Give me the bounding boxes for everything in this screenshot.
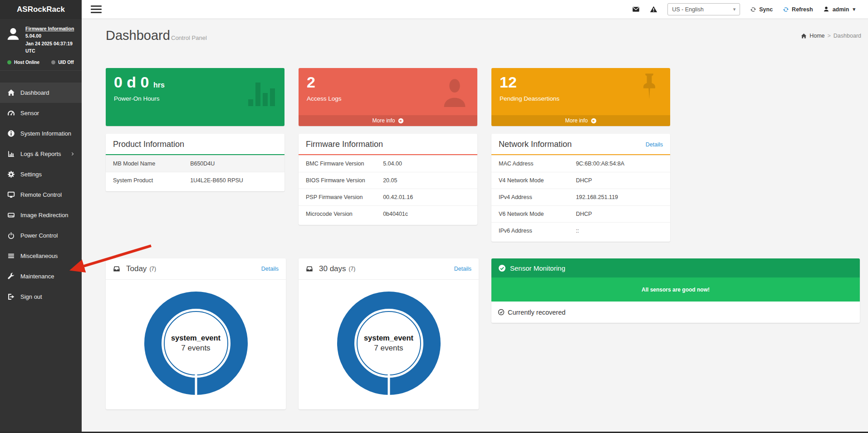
wrench-icon: [7, 272, 15, 280]
sensor-recovered-row[interactable]: Currently recovered: [491, 302, 860, 323]
pending-deassertions-more-info-link[interactable]: More info: [491, 115, 670, 126]
disk-icon: [7, 211, 15, 219]
inbox-icon: [113, 265, 120, 272]
signout-icon: [7, 293, 15, 301]
today-details-link[interactable]: Details: [261, 266, 279, 272]
donut-events-count: 7 events: [181, 344, 210, 353]
thirty-days-details-link[interactable]: Details: [454, 266, 471, 272]
monitor-icon: [7, 191, 15, 199]
access-logs-card: 2 Access Logs More info: [299, 68, 477, 126]
user-icon: [823, 6, 830, 13]
sidebar-item-miscellaneous[interactable]: Miscellaneous: [0, 246, 82, 266]
caret-down-icon: ▾: [733, 6, 736, 12]
breadcrumb-current: Dashboard: [834, 33, 861, 39]
uid-status-label: UID Off: [58, 60, 74, 65]
sidebar-menu: Dashboard Sensor System Information Logs…: [0, 83, 82, 307]
gauge-icon: [7, 109, 15, 117]
page-title: Dashboard: [106, 28, 170, 43]
network-information-panel: Network Information Details MAC Address …: [491, 134, 670, 242]
sensor-monitoring-header: Sensor Monitoring: [491, 258, 860, 277]
language-selected-value: US - English: [672, 6, 703, 13]
menu-toggle-button[interactable]: [91, 5, 102, 13]
uid-off-dot: [51, 60, 55, 64]
thirty-days-events-donut-chart[interactable]: system_event 7 events: [335, 290, 442, 397]
donut-series-label: system_event: [171, 334, 221, 342]
host-online-dot: [7, 60, 11, 64]
pending-deassertions-card: 12 Pending Deassertions More info: [491, 68, 670, 126]
panel-title: Network Information: [499, 140, 572, 149]
user-info-block: Firmware Information 5.04.00 Jan 24 2025…: [0, 19, 82, 59]
firmware-version: 5.04.00: [25, 32, 77, 39]
arrow-circle-icon: [398, 118, 404, 124]
row-bios-firmware-version: BIOS Firmware Version 20.05: [299, 172, 477, 189]
row-microcode-version: Microcode Version 0b40401c: [299, 205, 477, 222]
sync-icon: [750, 6, 756, 13]
sensor-monitoring-panel: Sensor Monitoring All sensors are good n…: [491, 258, 860, 323]
user-menu[interactable]: admin ▾: [823, 6, 855, 13]
donut-series-label: system_event: [364, 334, 413, 342]
messages-icon[interactable]: [632, 5, 640, 13]
bar-chart-icon: [7, 150, 15, 158]
panel-title: Firmware Information: [306, 140, 383, 149]
row-v4-network-mode: V4 Network Mode DHCP: [491, 172, 670, 189]
sidebar-item-remote-control[interactable]: Remote Control: [0, 185, 82, 205]
row-system-product: System Product 1U4L2E-B650 RPSU: [106, 172, 284, 189]
sidebar-item-logs-reports[interactable]: Logs & Reports: [0, 144, 82, 164]
row-v6-network-mode: V6 Network Mode DHCP: [491, 205, 670, 222]
sidebar-item-sign-out[interactable]: Sign out: [0, 287, 82, 307]
host-status-row: Host Online UID Off: [0, 59, 82, 71]
person-silhouette-icon: [439, 78, 470, 107]
inbox-icon: [306, 265, 313, 272]
firmware-date: Jan 24 2025 04:37:19 UTC: [25, 40, 77, 55]
user-avatar-icon: [5, 26, 21, 42]
access-logs-more-info-link[interactable]: More info: [299, 115, 477, 126]
language-select[interactable]: US - English ▾: [667, 3, 740, 15]
sidebar-item-power-control[interactable]: Power Control: [0, 225, 82, 246]
row-mb-model-name: MB Model Name B650D4U: [106, 155, 284, 172]
sidebar-item-sensor[interactable]: Sensor: [0, 103, 82, 123]
sidebar-item-dashboard[interactable]: Dashboard: [0, 83, 82, 103]
page-subtitle: Control Panel: [171, 34, 207, 41]
row-bmc-firmware-version: BMC Firmware Version 5.04.00: [299, 155, 477, 172]
alerts-icon[interactable]: [650, 5, 657, 13]
donut-events-count: 7 events: [374, 344, 403, 353]
row-ipv6-address: IPv6 Address ::: [491, 222, 670, 239]
check-circle-icon: [498, 309, 505, 316]
row-mac-address: MAC Address 9C:6B:00:A8:54:8A: [491, 155, 670, 172]
breadcrumb-home-link[interactable]: Home: [809, 33, 824, 39]
firmware-information-panel: Firmware Information BMC Firmware Versio…: [299, 134, 477, 225]
main-content: Dashboard Control Panel Home > Dashboard…: [82, 19, 868, 433]
caret-down-icon: ▾: [853, 6, 855, 12]
network-details-link[interactable]: Details: [646, 141, 663, 148]
list-icon: [7, 252, 15, 260]
gear-icon: [7, 170, 15, 178]
host-status-label: Host Online: [14, 60, 39, 65]
sidebar: ASRockRack Firmware Information 5.04.00 …: [0, 0, 82, 433]
check-badge-icon: [498, 264, 506, 272]
sidebar-item-system-information[interactable]: System Information: [0, 123, 82, 144]
pushpin-icon: [638, 73, 661, 105]
firmware-information-link[interactable]: Firmware Information: [25, 25, 74, 32]
sync-button[interactable]: Sync: [750, 6, 773, 13]
sidebar-item-settings[interactable]: Settings: [0, 164, 82, 185]
refresh-icon: [783, 6, 789, 13]
row-psp-firmware-version: PSP Firmware Version 00.42.01.16: [299, 189, 477, 205]
sidebar-item-image-redirection[interactable]: Image Redirection: [0, 205, 82, 225]
thirty-days-events-panel: 30 days (7) Details system_event 7 event…: [299, 258, 479, 409]
bar-chart-art-icon: [248, 83, 275, 106]
refresh-button[interactable]: Refresh: [783, 6, 813, 13]
chevron-right-icon: [70, 151, 75, 156]
topbar: US - English ▾ Sync Refresh admin ▾: [82, 0, 868, 19]
power-icon: [7, 232, 15, 239]
arrow-circle-icon: [591, 118, 597, 124]
info-circle-icon: [7, 130, 15, 137]
product-information-panel: Product Information MB Model Name B650D4…: [106, 134, 284, 191]
today-events-panel: Today (7) Details system_event 7 events: [106, 258, 286, 409]
home-icon: [801, 33, 807, 39]
panel-title: Product Information: [113, 140, 184, 149]
row-ipv4-address: IPv4 Address 192.168.251.119: [491, 189, 670, 205]
breadcrumb: Home > Dashboard: [801, 33, 861, 39]
today-events-donut-chart[interactable]: system_event 7 events: [142, 290, 250, 397]
brand-logo: ASRockRack: [0, 0, 82, 19]
sidebar-item-maintenance[interactable]: Maintenance: [0, 266, 82, 287]
